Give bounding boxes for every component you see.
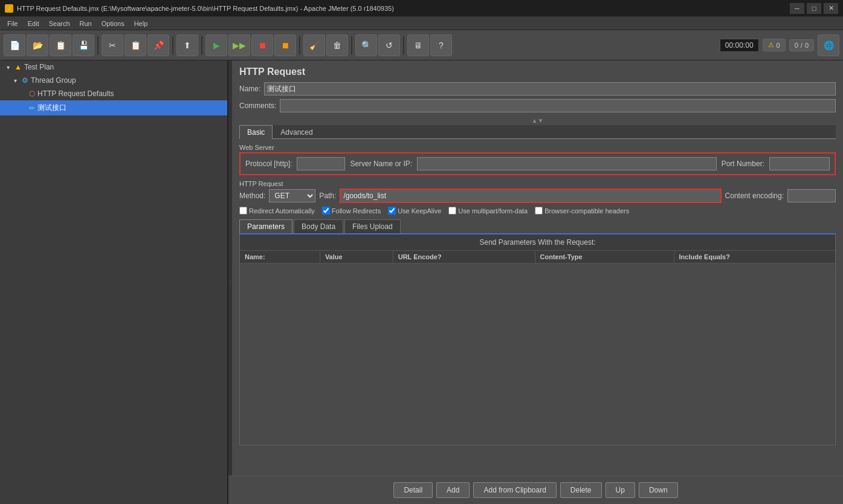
redirect-auto-check[interactable]: Redirect Automatically bbox=[239, 207, 315, 215]
search-toolbar-button[interactable]: 🔍 bbox=[355, 34, 377, 56]
menubar: File Edit Search Run Options Help bbox=[0, 17, 843, 30]
menu-edit[interactable]: Edit bbox=[23, 19, 44, 28]
toolbar-separator-2 bbox=[172, 36, 173, 54]
name-row: Name: bbox=[239, 82, 836, 95]
method-select[interactable]: GET POST PUT DELETE bbox=[269, 189, 315, 202]
web-server-section-label: Web Server bbox=[239, 144, 836, 151]
tab-parameters[interactable]: Parameters bbox=[239, 219, 292, 233]
protocol-label: Protocol [http]: bbox=[245, 160, 292, 168]
name-input[interactable] bbox=[264, 82, 836, 95]
tab-files-upload[interactable]: Files Upload bbox=[344, 219, 401, 233]
multipart-label: Use multipart/form-data bbox=[458, 207, 528, 215]
help-button[interactable]: ? bbox=[430, 34, 452, 56]
stop-button[interactable]: ⏹ bbox=[251, 34, 273, 56]
col-content-type: Content-Type bbox=[535, 251, 674, 263]
sidebar-item-thread-group[interactable]: ▾ ⚙ Thread Group bbox=[0, 74, 227, 87]
comments-input[interactable] bbox=[280, 99, 836, 112]
paste-button[interactable]: 📌 bbox=[147, 34, 169, 56]
port-label: Port Number: bbox=[722, 160, 764, 168]
menu-file[interactable]: File bbox=[2, 19, 23, 28]
col-value: Value bbox=[320, 251, 393, 263]
down-button[interactable]: Down bbox=[639, 482, 678, 498]
col-url-encode: URL Encode? bbox=[393, 251, 535, 263]
follow-redirects-label: Follow Redirects bbox=[332, 207, 381, 215]
encoding-input[interactable] bbox=[787, 189, 836, 202]
tab-basic[interactable]: Basic bbox=[239, 125, 273, 139]
http-request-section-label: HTTP Request bbox=[239, 180, 836, 187]
server-label: Server Name or IP: bbox=[350, 160, 412, 168]
close-button[interactable]: ✕ bbox=[824, 3, 838, 14]
copy-button[interactable]: 📋 bbox=[124, 34, 146, 56]
reset-button[interactable]: ↺ bbox=[378, 34, 400, 56]
port-input[interactable] bbox=[769, 157, 830, 170]
sidebar-item-label-3: HTTP Request Defaults bbox=[37, 89, 114, 98]
sidebar-item-http-defaults[interactable]: ⬡ HTTP Request Defaults bbox=[0, 87, 227, 100]
start-button[interactable]: ▶ bbox=[205, 34, 227, 56]
web-server-fields: Protocol [http]: Server Name or IP: Port… bbox=[239, 152, 836, 175]
browser-headers-check[interactable]: Browser-compatible headers bbox=[535, 207, 629, 215]
path-label: Path: bbox=[319, 192, 336, 200]
new-button[interactable]: 📄 bbox=[4, 34, 25, 56]
menu-options[interactable]: Options bbox=[97, 19, 129, 28]
cut-button[interactable]: ✂ bbox=[102, 34, 123, 56]
toolbar-separator-6 bbox=[403, 36, 404, 54]
keep-alive-check[interactable]: Use KeepAlive bbox=[388, 207, 441, 215]
params-section: Send Parameters With the Request: Name: … bbox=[239, 234, 836, 445]
http-defaults-icon: ⬡ bbox=[29, 89, 35, 98]
menu-search[interactable]: Search bbox=[44, 19, 75, 28]
toolbar: 📄 📂 📋 💾 ✂ 📋 📌 ⬆ ▶ ▶▶ ⏹ ⏹ 🧹 🗑 🔍 ↺ 🖥 ? 00:… bbox=[0, 30, 843, 60]
remote-start-button[interactable]: 🖥 bbox=[407, 34, 429, 56]
sidebar-item-label-4: 测试接口 bbox=[37, 103, 66, 113]
browser-headers-checkbox[interactable] bbox=[535, 207, 543, 215]
error-sep: / bbox=[801, 42, 803, 49]
tab-body-data[interactable]: Body Data bbox=[294, 219, 343, 233]
minimize-button[interactable]: ─ bbox=[790, 3, 804, 14]
server-input[interactable] bbox=[417, 157, 717, 170]
redirect-auto-checkbox[interactable] bbox=[239, 207, 247, 215]
expand-button[interactable]: ⬆ bbox=[176, 34, 198, 56]
start-no-pause-button[interactable]: ▶▶ bbox=[228, 34, 250, 56]
scroll-handle[interactable]: ▲▼ bbox=[239, 116, 836, 125]
main-layout: ▾ ▲ Test Plan ▾ ⚙ Thread Group ⬡ HTTP Re… bbox=[0, 60, 843, 504]
tab-advanced[interactable]: Advanced bbox=[273, 125, 320, 139]
delete-button[interactable]: Delete bbox=[560, 482, 602, 498]
bottom-buttons: Detail Add Add from Clipboard Delete Up … bbox=[228, 476, 843, 504]
toolbar-separator-1 bbox=[97, 36, 99, 54]
path-input[interactable] bbox=[340, 189, 721, 203]
add-from-clipboard-button[interactable]: Add from Clipboard bbox=[473, 482, 556, 498]
keep-alive-checkbox[interactable] bbox=[388, 207, 396, 215]
sidebar-item-api-test[interactable]: ✏ 测试接口 bbox=[0, 100, 227, 115]
inner-tabs: Parameters Body Data Files Upload bbox=[239, 219, 836, 234]
save-template-button[interactable]: 📋 bbox=[50, 34, 71, 56]
detail-button[interactable]: Detail bbox=[393, 482, 433, 498]
follow-redirects-check[interactable]: Follow Redirects bbox=[322, 207, 381, 215]
follow-redirects-checkbox[interactable] bbox=[322, 207, 330, 215]
col-name: Name: bbox=[240, 251, 320, 263]
up-button[interactable]: Up bbox=[606, 482, 635, 498]
params-title: Send Parameters With the Request: bbox=[240, 234, 835, 251]
clear-button[interactable]: 🧹 bbox=[303, 34, 325, 56]
open-button[interactable]: 📂 bbox=[27, 34, 48, 56]
menu-run[interactable]: Run bbox=[75, 19, 97, 28]
add-button[interactable]: Add bbox=[436, 482, 470, 498]
protocol-input[interactable] bbox=[297, 157, 345, 170]
multipart-check[interactable]: Use multipart/form-data bbox=[448, 207, 528, 215]
menu-help[interactable]: Help bbox=[129, 19, 153, 28]
save-button[interactable]: 💾 bbox=[73, 34, 94, 56]
web-server-section: Web Server Protocol [http]: Server Name … bbox=[239, 144, 836, 175]
error-count: 0 bbox=[795, 42, 798, 49]
clear-all-button[interactable]: 🗑 bbox=[326, 34, 348, 56]
shutdown-button[interactable]: ⏹ bbox=[274, 34, 296, 56]
http-request-section: HTTP Request Method: GET POST PUT DELETE… bbox=[239, 180, 836, 215]
encoding-label: Content encoding: bbox=[725, 192, 784, 200]
params-table: Name: Value URL Encode? Content-Type Inc… bbox=[240, 251, 835, 445]
multipart-checkbox[interactable] bbox=[448, 207, 456, 215]
maximize-button[interactable]: □ bbox=[807, 3, 821, 14]
remote-control-button[interactable]: 🌐 bbox=[818, 34, 839, 56]
content-panel: HTTP Request Name: Comments: ▲▼ Basic Ad… bbox=[232, 60, 843, 504]
params-table-body bbox=[240, 263, 835, 445]
warning-indicator: ⚠ 0 bbox=[763, 39, 786, 51]
main-tabs: Basic Advanced bbox=[239, 125, 836, 139]
sidebar-item-test-plan[interactable]: ▾ ▲ Test Plan bbox=[0, 60, 227, 74]
col-include-equals: Include Equals? bbox=[674, 251, 835, 263]
